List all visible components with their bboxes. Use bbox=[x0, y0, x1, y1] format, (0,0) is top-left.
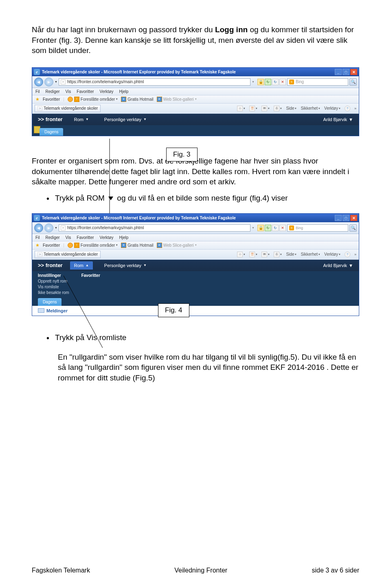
verktoy-button[interactable]: Personlige verktøy▼ bbox=[100, 261, 151, 270]
stop-icon[interactable]: ✕ bbox=[279, 225, 286, 231]
close-button[interactable]: ✕ bbox=[350, 215, 357, 221]
search-button[interactable]: 🔍 bbox=[349, 224, 357, 232]
browser-window: e Telemark videregående skoler - Microso… bbox=[32, 67, 359, 136]
menu-hjelp[interactable]: Hjelp bbox=[119, 235, 128, 240]
chevron-icon[interactable]: » bbox=[354, 106, 356, 111]
search-button[interactable]: 🔍 bbox=[349, 78, 357, 86]
help-icon[interactable]: ? bbox=[345, 252, 350, 257]
compat-icon[interactable]: ↻ bbox=[265, 79, 271, 85]
minimize-button[interactable]: _ bbox=[335, 69, 342, 75]
help-icon[interactable]: ? bbox=[345, 106, 350, 111]
home-icon[interactable]: ⌂▾ bbox=[237, 106, 245, 111]
sikkerhet-menu[interactable]: Sikkerhet▾ bbox=[301, 252, 320, 256]
meldinger-label[interactable]: Meldinger bbox=[46, 308, 68, 313]
sun-icon bbox=[68, 97, 73, 102]
minimize-button[interactable]: _ bbox=[335, 215, 342, 221]
maximize-button[interactable]: □ bbox=[343, 69, 349, 75]
menu-innstillinger[interactable]: Innstillinger bbox=[38, 273, 69, 278]
fronter-appbar: >> fronter Rom▲ Personlige verktøy▼ Aril… bbox=[32, 260, 359, 271]
menu-hjelp[interactable]: Hjelp bbox=[119, 89, 128, 94]
tab-dagens[interactable]: Dagens bbox=[40, 128, 63, 136]
fav-label[interactable]: Favoritter bbox=[43, 243, 60, 248]
menu-rediger[interactable]: Rediger bbox=[46, 89, 60, 94]
window-title: Telemark videregående skoler - Microsoft… bbox=[42, 216, 236, 220]
menu-favoritter[interactable]: Favoritter bbox=[77, 235, 94, 240]
close-button[interactable]: ✕ bbox=[350, 69, 357, 75]
user-menu[interactable]: Arild Bjørvik▼ bbox=[323, 263, 353, 268]
browser-menubar: Fil Rediger Vis Favoritter Verktøy Hjelp bbox=[32, 88, 359, 95]
ie-icon: e bbox=[34, 215, 40, 221]
menu-fil[interactable]: Fil bbox=[35, 89, 40, 94]
home-icon[interactable]: ⌂▾ bbox=[237, 252, 245, 257]
refresh-icon[interactable]: ↻ bbox=[272, 225, 279, 231]
chevron-icon[interactable]: » bbox=[354, 252, 356, 256]
rom-button[interactable]: Rom▼ bbox=[70, 115, 93, 124]
chevron-down-icon: ▼ bbox=[143, 117, 147, 121]
fav-slice[interactable]: eWeb Slice-galleri▾ bbox=[157, 97, 197, 102]
compat-icon[interactable]: ↻ bbox=[265, 225, 271, 231]
print-icon[interactable]: ⎙▾ bbox=[274, 252, 282, 257]
lock-icon: 🔒 bbox=[257, 225, 264, 231]
fav-slice[interactable]: eWeb Slice-galleri▾ bbox=[157, 243, 197, 248]
menu-opprett[interactable]: Opprett nytt rom bbox=[38, 279, 69, 284]
verktoy-menu[interactable]: Verktøy▾ bbox=[324, 252, 340, 256]
url-input[interactable]: > https://fronter.com/telemarkvgs/main.p… bbox=[59, 78, 250, 86]
search-provider: Bing bbox=[296, 80, 304, 84]
menu-verktoy[interactable]: Verktøy bbox=[100, 235, 114, 240]
sikkerhet-menu[interactable]: Sikkerhet▾ bbox=[301, 106, 320, 111]
nav-history-dropdown[interactable]: ▼ bbox=[55, 226, 57, 229]
back-button[interactable]: ◄ bbox=[34, 223, 43, 232]
verktoy-button[interactable]: Personlige verktøy▼ bbox=[100, 115, 151, 124]
browser-tab[interactable]: > Telemark videregående skoler bbox=[35, 105, 101, 112]
fav-suggest[interactable]: !Foreslåtte områder▾ bbox=[68, 243, 118, 248]
menu-vis[interactable]: Vis bbox=[66, 89, 71, 94]
verktoy-menu[interactable]: Verktøy▾ bbox=[324, 106, 340, 111]
fav-label[interactable]: Favoritter bbox=[43, 97, 60, 102]
back-button[interactable]: ◄ bbox=[34, 77, 43, 86]
search-input[interactable]: b Bing bbox=[287, 78, 348, 86]
user-menu[interactable]: Arild Bjørvik▼ bbox=[323, 117, 353, 122]
url-input[interactable]: > https://fronter.com/telemarkvgs/main.p… bbox=[59, 224, 250, 232]
rss-icon[interactable]: ☰▾ bbox=[249, 252, 257, 257]
menu-ikke-besok[interactable]: Ikke besøkte rom bbox=[38, 290, 69, 295]
fav-suggest[interactable]: !Foreslåtte områder▾ bbox=[68, 97, 118, 102]
nav-history-dropdown[interactable]: ▼ bbox=[55, 80, 57, 83]
url-dropdown[interactable]: ▼ bbox=[252, 226, 255, 229]
menu-favoritter[interactable]: Favoritter bbox=[77, 89, 94, 94]
search-input[interactable]: b Bing bbox=[287, 224, 348, 232]
tab-row: > Telemark videregående skoler ⌂▾ ☰▾ ✉▾ … bbox=[32, 104, 359, 114]
menu-fil[interactable]: Fil bbox=[35, 235, 40, 240]
menu-rediger[interactable]: Rediger bbox=[46, 235, 60, 240]
browser-tab[interactable]: > Telemark videregående skoler bbox=[35, 251, 101, 258]
side-menu[interactable]: Side▾ bbox=[286, 252, 297, 256]
tab-dagens[interactable]: Dagens bbox=[38, 298, 62, 306]
rom-button[interactable]: Rom▲ bbox=[70, 261, 93, 270]
menu-vis[interactable]: Vis bbox=[66, 235, 71, 240]
stop-icon[interactable]: ✕ bbox=[279, 79, 286, 85]
status-badge bbox=[32, 125, 359, 134]
forward-button[interactable]: ► bbox=[44, 77, 53, 86]
fav-hotmail[interactable]: eGratis Hotmail bbox=[121, 243, 153, 248]
fav-hotmail[interactable]: eGratis Hotmail bbox=[121, 97, 153, 102]
bold-logg-inn: Logg inn bbox=[215, 25, 248, 34]
menu-verktoy[interactable]: Verktøy bbox=[100, 89, 114, 94]
url-dropdown[interactable]: ▼ bbox=[252, 80, 255, 83]
tab-title: Telemark videregående skoler bbox=[44, 106, 98, 111]
fig4-label: Fig. 4 bbox=[158, 303, 189, 317]
search-provider: Bing bbox=[296, 226, 303, 230]
window-titlebar: e Telemark videregående skoler - Microso… bbox=[32, 68, 359, 76]
menu-favoritter[interactable]: Favoritter bbox=[81, 273, 100, 278]
mail-icon[interactable]: ✉▾ bbox=[261, 252, 270, 257]
print-icon[interactable]: ⎙▾ bbox=[274, 106, 282, 111]
refresh-icon[interactable]: ↻ bbox=[272, 79, 279, 85]
mail-icon[interactable]: ✉▾ bbox=[261, 106, 270, 111]
rss-icon[interactable]: ☰▾ bbox=[249, 106, 257, 111]
text: og du vil få en et bilde som neste figur… bbox=[117, 194, 288, 202]
star-icon: ★ bbox=[35, 243, 40, 248]
side-menu[interactable]: Side▾ bbox=[286, 106, 297, 111]
maximize-button[interactable]: □ bbox=[343, 215, 349, 221]
chevron-down-icon: ▼ bbox=[143, 263, 147, 267]
forward-button[interactable]: ► bbox=[44, 223, 53, 232]
menu-vis-romliste[interactable]: Vis romliste bbox=[38, 284, 69, 290]
tab-title: Telemark videregående skoler bbox=[44, 252, 98, 256]
